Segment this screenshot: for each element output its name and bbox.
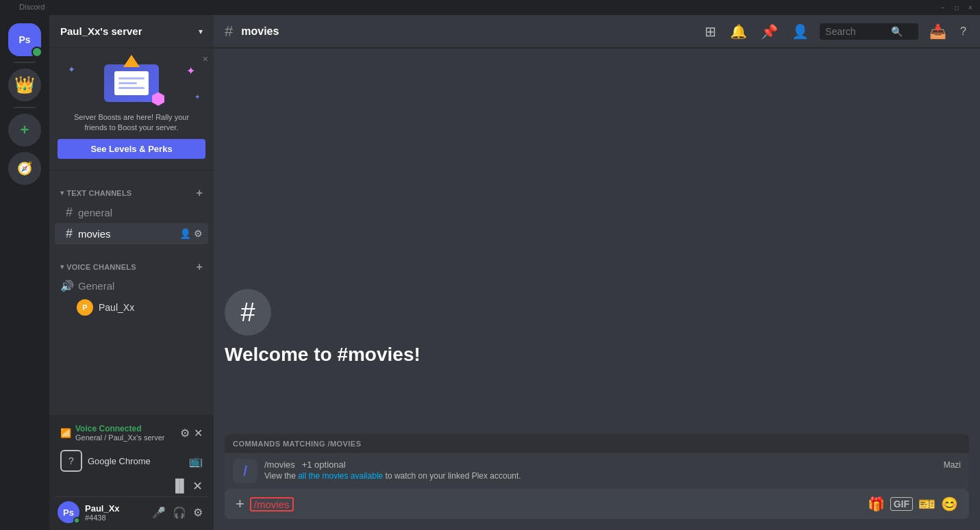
autocomplete-cmd-info: /movies +1 optional View the all the mov… bbox=[264, 459, 937, 481]
message-area[interactable]: # Welcome to #movies! bbox=[214, 48, 980, 434]
voice-connected-panel: 📶 Voice Connected General / Paul_Xx's se… bbox=[55, 420, 208, 497]
user-avatar[interactable]: Ps bbox=[58, 501, 79, 523]
add-voice-channel-button[interactable]: + bbox=[196, 261, 203, 273]
server-icon-add[interactable]: + bbox=[8, 114, 41, 147]
channel-action-icons: 👤 ⚙ bbox=[179, 228, 203, 239]
user-status-dot bbox=[73, 517, 80, 524]
server-name: Paul_Xx's server bbox=[60, 25, 142, 37]
voice-action-buttons: ⚙ ✕ bbox=[180, 427, 203, 440]
user-info: Paul_Xx #4438 bbox=[85, 503, 144, 522]
channel-name-general: general bbox=[78, 207, 112, 218]
text-channels-chevron-icon: ▾ bbox=[60, 189, 64, 197]
sticker-icon[interactable]: 🎫 bbox=[918, 496, 935, 512]
voice-user-avatar: P bbox=[77, 299, 93, 316]
voice-waveform-icon[interactable]: ▐▌ bbox=[171, 479, 188, 494]
voice-settings-icon[interactable]: ⚙ bbox=[180, 427, 190, 440]
autocomplete-cmd-icon: / bbox=[233, 459, 257, 483]
user-tag: #4438 bbox=[85, 514, 144, 522]
screen-share-end-icon[interactable]: 📺 bbox=[189, 455, 203, 468]
autocomplete-source: Mazi bbox=[944, 459, 961, 470]
main-content: # movies ⊞ 🔔 📌 👤 🔍 📥 ? # We bbox=[214, 15, 980, 530]
boost-graphic bbox=[104, 64, 159, 102]
server-icon-ps-label: Ps bbox=[18, 34, 30, 45]
empty-space bbox=[225, 70, 969, 289]
autocomplete-cmd-name: /movies +1 optional bbox=[264, 459, 937, 470]
text-channels-header[interactable]: ▾ TEXT CHANNELS + bbox=[60, 187, 203, 199]
welcome-icon: # bbox=[225, 289, 271, 336]
gif-button[interactable]: GIF bbox=[890, 497, 913, 511]
voice-user-name: Paul_Xx bbox=[99, 302, 134, 313]
threads-icon[interactable]: ⊞ bbox=[702, 21, 719, 42]
voice-channel-general-header[interactable]: 🔊 General bbox=[55, 276, 208, 296]
channel-item-general[interactable]: # general bbox=[55, 202, 208, 223]
voice-channels-header[interactable]: ▾ VOICE CHANNELS + bbox=[60, 261, 203, 273]
server-sidebar: Ps 👑 + 🧭 bbox=[0, 15, 49, 530]
channel-name-movies: movies bbox=[78, 228, 111, 240]
header-hash-icon: # bbox=[225, 23, 233, 40]
title-bar: Discord − □ × bbox=[0, 0, 980, 15]
disconnect-icon[interactable]: ✕ bbox=[194, 427, 203, 440]
voice-connected-text: Voice Connected General / Paul_Xx's serv… bbox=[75, 424, 165, 442]
help-icon[interactable]: ? bbox=[957, 23, 969, 40]
chrome-icon: ? bbox=[60, 450, 82, 472]
boost-arrow-icon bbox=[123, 55, 140, 67]
channel-header: # movies ⊞ 🔔 📌 👤 🔍 📥 ? bbox=[214, 15, 980, 48]
gift-icon[interactable]: 🎁 bbox=[868, 496, 885, 512]
boost-image: ✦ ✦ ✦ bbox=[58, 59, 205, 107]
inbox-icon[interactable]: 📥 bbox=[927, 21, 949, 42]
server-header[interactable]: Paul_Xx's server ▾ bbox=[49, 15, 214, 48]
plex-link[interactable]: all the movies available bbox=[298, 471, 383, 481]
server-icon-ps[interactable]: Ps bbox=[8, 23, 41, 56]
channel-list: ▾ TEXT CHANNELS + # general # movies 👤 ⚙ bbox=[49, 171, 214, 414]
welcome-title: Welcome to #movies! bbox=[225, 344, 969, 366]
voice-channel-general: 🔊 General P Paul_Xx bbox=[49, 276, 214, 319]
pinned-messages-icon[interactable]: 📌 bbox=[758, 21, 781, 42]
autocomplete-popup: COMMANDS MATCHING /movies / /movies +1 o… bbox=[225, 434, 969, 489]
input-area: + /movies 🎁 GIF 🎫 😊 bbox=[214, 489, 980, 530]
sparkle-icon-1: ✦ bbox=[68, 64, 75, 75]
search-input[interactable] bbox=[825, 26, 887, 37]
add-text-channel-button[interactable]: + bbox=[196, 187, 203, 199]
input-command-text: /movies bbox=[250, 497, 294, 512]
server-icon-badge bbox=[32, 47, 42, 58]
user-display-name: Paul_Xx bbox=[85, 503, 144, 514]
mute-microphone-icon[interactable]: 🎤 bbox=[149, 503, 168, 522]
invite-people-icon[interactable]: 👤 bbox=[179, 228, 191, 239]
emoji-icon[interactable]: 😊 bbox=[941, 496, 958, 512]
server-icon-discover[interactable]: 🧭 bbox=[8, 152, 41, 185]
voice-user-paul[interactable]: P Paul_Xx bbox=[55, 296, 208, 319]
deafen-icon[interactable]: 🎧 bbox=[170, 503, 189, 522]
add-file-button[interactable]: + bbox=[236, 495, 244, 513]
boost-button[interactable]: See Levels & Perks bbox=[58, 139, 205, 159]
notification-settings-icon[interactable]: 🔔 bbox=[727, 21, 750, 42]
server-separator-2 bbox=[14, 107, 36, 108]
discover-icon: 🧭 bbox=[17, 161, 32, 176]
header-channel-name: movies bbox=[241, 25, 279, 38]
member-list-icon[interactable]: 👤 bbox=[789, 21, 812, 42]
autocomplete-item-movies[interactable]: / /movies +1 optional View the all the m… bbox=[225, 453, 969, 489]
close-button[interactable]: × bbox=[966, 3, 975, 12]
server-separator bbox=[14, 62, 36, 63]
user-initials: Ps bbox=[63, 507, 74, 518]
edit-channel-icon[interactable]: ⚙ bbox=[194, 228, 203, 239]
maximize-button[interactable]: □ bbox=[953, 3, 961, 12]
voice-location-text: General / Paul_Xx's server bbox=[75, 433, 165, 442]
autocomplete-cmd-desc: View the all the movies available to wat… bbox=[264, 471, 937, 481]
search-box[interactable]: 🔍 bbox=[820, 23, 918, 40]
app-title: Discord bbox=[19, 3, 45, 11]
voice-channel-general-name: General bbox=[78, 280, 114, 292]
user-settings-icon[interactable]: ⚙ bbox=[190, 503, 205, 522]
channel-item-movies[interactable]: # movies 👤 ⚙ bbox=[55, 223, 208, 244]
search-icon: 🔍 bbox=[891, 26, 903, 37]
server-icon-crown[interactable]: 👑 bbox=[8, 68, 41, 101]
voice-channels-chevron-icon: ▾ bbox=[60, 263, 64, 270]
input-actions: 🎁 GIF 🎫 😊 bbox=[868, 496, 958, 512]
channel-sidebar: Paul_Xx's server ▾ × ✦ bbox=[49, 15, 214, 530]
input-box: + /movies 🎁 GIF 🎫 😊 bbox=[225, 489, 969, 519]
text-channels-category: ▾ TEXT CHANNELS + bbox=[49, 176, 214, 202]
chrome-question-icon: ? bbox=[68, 455, 74, 466]
boost-text: Server Boosts are here! Rally your frien… bbox=[58, 112, 205, 134]
minimize-button[interactable]: − bbox=[939, 3, 947, 12]
voice-end-call-icon[interactable]: ✕ bbox=[192, 479, 203, 494]
user-bar: Ps Paul_Xx #4438 🎤 🎧 ⚙ bbox=[55, 500, 208, 525]
